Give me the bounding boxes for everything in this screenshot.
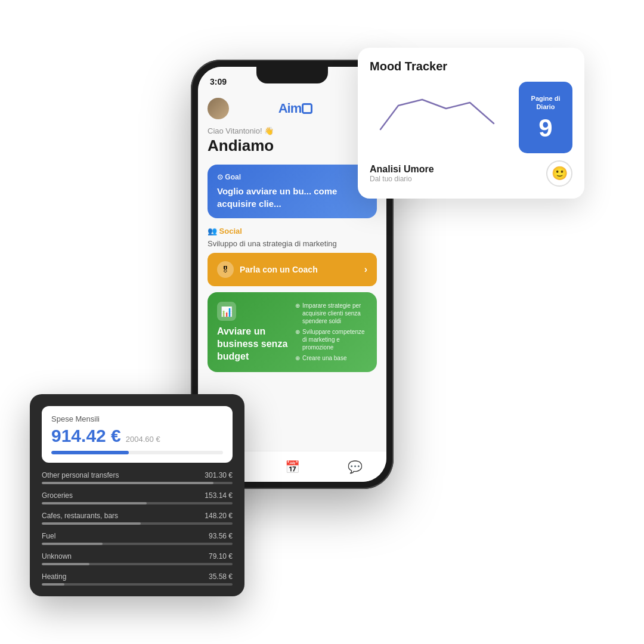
expense-item-name: Fuel — [42, 532, 55, 540]
expense-item-bar-fill — [42, 543, 103, 545]
coach-button-left: 🎖 Parla con un Coach — [217, 261, 318, 278]
nav-calendar[interactable]: 📅 — [285, 460, 300, 474]
calendar-icon: 📅 — [285, 460, 300, 474]
business-point-2: Sviluppare competenze di marketing e pro… — [295, 328, 367, 351]
business-point-1: Imparare strategie per acquisire clienti… — [295, 302, 367, 325]
expense-items: Other personal transfers 301.30 € Grocer… — [42, 471, 233, 586]
app-logo-box — [302, 103, 312, 114]
expense-item-bar — [42, 482, 233, 484]
business-point-3: Creare una base — [295, 354, 367, 362]
expense-item-header: Unknown 79.10 € — [42, 552, 233, 561]
expense-item-name: Cafes, restaurants, bars — [42, 512, 118, 520]
expense-item-bar — [42, 522, 233, 525]
expense-item-name: Unknown — [42, 552, 72, 561]
mood-footer: Analisi Umore Dal tuo diario 🙂 — [370, 160, 572, 187]
nav-chat[interactable]: 💬 — [348, 460, 363, 474]
expense-item-bar-fill — [42, 502, 147, 504]
expense-total: 2004.60 € — [126, 435, 160, 444]
mood-diary-number: 9 — [538, 116, 552, 141]
expense-item-bar-fill — [42, 522, 141, 525]
phone-notch — [256, 67, 328, 83]
expense-item-name: Heating — [42, 572, 66, 581]
expense-amount-value: 914.42 € — [51, 426, 121, 446]
business-card-title: Avviare un business senza budget — [217, 326, 289, 363]
coach-chevron-icon: › — [364, 264, 367, 275]
goal-card-title: ⊙ Goal — [217, 173, 367, 181]
expense-amount: 914.42 € 2004.60 € — [51, 426, 223, 446]
expense-item-bar — [42, 583, 233, 586]
expense-item-header: Heating 35.58 € — [42, 572, 233, 581]
expense-bar — [51, 451, 223, 454]
mood-chart — [370, 82, 510, 153]
mood-diary-card: Pagine di Diario 9 — [519, 82, 572, 153]
expense-item-header: Cafes, restaurants, bars 148.20 € — [42, 512, 233, 520]
business-card-right: Imparare strategie per acquisire clienti… — [295, 302, 367, 363]
expense-header: Spese Mensili 914.42 € 2004.60 € — [42, 406, 233, 463]
expense-item-bar — [42, 563, 233, 565]
greeting-sub: Ciao Vitantonio! 👋 — [208, 126, 377, 135]
expense-item-value: 79.10 € — [209, 552, 233, 561]
app-logo: Aim — [278, 101, 313, 116]
goal-card[interactable]: ⊙ Goal Voglio avviare un bu... come acqu… — [208, 165, 377, 218]
expense-item-bar-fill — [42, 563, 89, 565]
mood-diary-label: Pagine di Diario — [526, 94, 565, 112]
goal-card-text: Voglio avviare un bu... come acquisire c… — [217, 185, 367, 210]
coach-icon: 🎖 — [217, 261, 234, 278]
expense-item-bar-fill — [42, 482, 213, 484]
expense-bar-fill — [51, 451, 129, 454]
social-text: Sviluppo di una strategia di marketing — [198, 239, 386, 253]
expense-item-bar-fill — [42, 583, 64, 586]
expense-list-item: Groceries 153.14 € — [42, 491, 233, 504]
expense-card: Spese Mensili 914.42 € 2004.60 € Other p… — [30, 394, 244, 596]
business-card-icon: 📊 — [217, 302, 236, 321]
coach-button-text: Parla con un Coach — [240, 265, 318, 274]
expense-title: Spese Mensili — [51, 414, 223, 423]
expense-item-value: 93.56 € — [209, 532, 233, 540]
app-avatar[interactable] — [208, 98, 229, 119]
mood-tracker-content: Pagine di Diario 9 — [370, 82, 572, 153]
expense-item-value: 35.58 € — [209, 572, 233, 581]
expense-item-value: 301.30 € — [205, 471, 233, 479]
expense-list-item: Cafes, restaurants, bars 148.20 € — [42, 512, 233, 525]
expense-list-item: Heating 35.58 € — [42, 572, 233, 586]
expense-item-name: Groceries — [42, 491, 73, 500]
business-card-left: 📊 Avviare un business senza budget — [217, 302, 289, 363]
business-card[interactable]: 📊 Avviare un business senza budget Impar… — [208, 292, 377, 372]
expense-list-item: Unknown 79.10 € — [42, 552, 233, 565]
mood-analisi-title: Analisi Umore — [370, 164, 434, 175]
expense-item-value: 148.20 € — [205, 512, 233, 520]
mood-tracker-title: Mood Tracker — [370, 60, 572, 73]
mood-tracker-card: Mood Tracker Pagine di Diario 9 Analisi … — [358, 48, 584, 199]
expense-item-header: Other personal transfers 301.30 € — [42, 471, 233, 479]
expense-list-item: Other personal transfers 301.30 € — [42, 471, 233, 484]
expense-item-value: 153.14 € — [205, 491, 233, 500]
expense-list-item: Fuel 93.56 € — [42, 532, 233, 545]
coach-button[interactable]: 🎖 Parla con un Coach › — [208, 253, 377, 286]
mood-analisi-sub: Dal tuo diario — [370, 175, 434, 183]
mood-footer-left: Analisi Umore Dal tuo diario — [370, 164, 434, 183]
social-section-label: 👥 Social — [198, 224, 386, 239]
greeting-main: Andiamo — [208, 137, 377, 155]
expense-item-name: Other personal transfers — [42, 471, 119, 479]
mood-emoji-button[interactable]: 🙂 — [546, 160, 572, 187]
expense-item-bar — [42, 543, 233, 545]
status-time: 3:09 — [210, 77, 227, 86]
expense-item-header: Groceries 153.14 € — [42, 491, 233, 500]
expense-item-bar — [42, 502, 233, 504]
expense-item-header: Fuel 93.56 € — [42, 532, 233, 540]
chat-icon: 💬 — [348, 460, 363, 474]
